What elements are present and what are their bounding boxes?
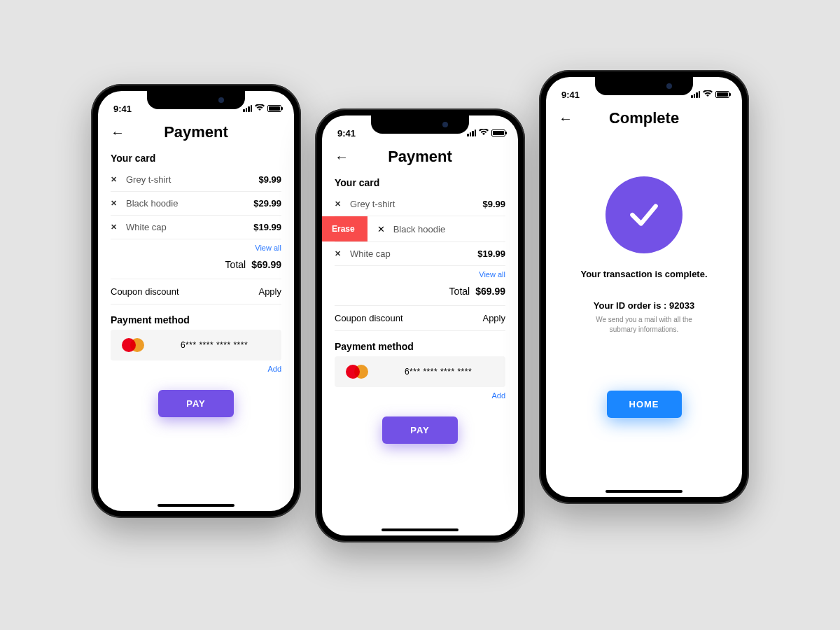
- item-price: $19.99: [253, 222, 281, 232]
- status-time: 9:41: [561, 90, 580, 100]
- cart-item: ✕ White cap $19.99: [111, 216, 281, 239]
- apply-coupon-button[interactable]: Apply: [258, 286, 281, 297]
- complete-subtext: We send you a mail with all the submary …: [584, 315, 704, 335]
- payment-card[interactable]: 6*** **** **** ****: [111, 330, 281, 360]
- status-time: 9:41: [113, 104, 132, 114]
- remove-item-icon[interactable]: ✕: [111, 199, 118, 208]
- payment-card[interactable]: 6*** **** **** ****: [335, 356, 505, 387]
- view-all-link[interactable]: View all: [111, 239, 281, 256]
- total-value: $69.99: [475, 286, 505, 297]
- item-name: Black hoodie: [126, 198, 245, 209]
- phone-mockup-3: 9:41 ← Complete Your transaction is comp…: [539, 70, 749, 504]
- item-price: $9.99: [482, 199, 505, 209]
- page-title: Payment: [111, 123, 281, 141]
- home-indicator[interactable]: [382, 528, 458, 531]
- item-name: White cap: [126, 222, 245, 232]
- order-id-line: Your ID order is : 92033: [563, 300, 725, 311]
- item-price: $29.99: [253, 198, 281, 209]
- card-number-masked: 6*** **** **** ****: [382, 367, 494, 377]
- cart-item: ✕ Grey t-shirt $9.99: [111, 168, 281, 192]
- phone-mockup-2: 9:41 ← Payment Your card ✕ Grey t-shirt …: [315, 108, 525, 542]
- battery-icon: [267, 105, 281, 112]
- phone-mockup-1: 9:41 ← Payment Your card ✕ Grey t-shirt …: [91, 84, 301, 518]
- coupon-row: Coupon discount Apply: [335, 305, 505, 331]
- remove-item-icon[interactable]: ✕: [111, 223, 118, 232]
- cart-item: ✕ White cap $19.99: [335, 242, 505, 266]
- item-name: Black hoodie: [393, 224, 445, 234]
- mastercard-icon: [122, 338, 144, 352]
- signal-icon: [243, 105, 252, 112]
- device-notch: [371, 115, 469, 134]
- cart-item-swiped: Erase ✕ Black hoodie: [335, 216, 505, 242]
- home-indicator[interactable]: [606, 490, 682, 493]
- page-title: Complete: [559, 109, 729, 127]
- apply-coupon-button[interactable]: Apply: [482, 313, 505, 323]
- total-row: Total $69.99: [335, 283, 505, 305]
- signal-icon: [691, 91, 700, 98]
- cart-heading: Your card: [111, 153, 281, 164]
- mastercard-icon: [346, 365, 368, 379]
- item-name: Grey t-shirt: [350, 199, 474, 209]
- pay-button[interactable]: PAY: [158, 390, 234, 417]
- total-label: Total: [225, 259, 246, 270]
- battery-icon: [491, 130, 505, 136]
- coupon-label: Coupon discount: [111, 286, 179, 297]
- wifi-icon: [703, 90, 713, 99]
- item-price: $9.99: [258, 174, 281, 185]
- complete-message: Your transaction is complete.: [563, 269, 725, 279]
- status-time: 9:41: [337, 128, 356, 139]
- remove-item-icon[interactable]: ✕: [377, 224, 385, 234]
- total-row: Total $69.99: [111, 256, 281, 279]
- wifi-icon: [255, 104, 265, 113]
- remove-item-icon[interactable]: ✕: [111, 175, 118, 184]
- view-all-link[interactable]: View all: [335, 266, 505, 283]
- card-number-masked: 6*** **** **** ****: [158, 340, 270, 350]
- remove-item-icon[interactable]: ✕: [335, 249, 342, 258]
- device-notch: [595, 77, 693, 95]
- page-title: Payment: [335, 148, 505, 166]
- payment-method-heading: Payment method: [335, 341, 505, 352]
- home-indicator[interactable]: [158, 504, 234, 507]
- payment-method-heading: Payment method: [111, 314, 281, 326]
- coupon-label: Coupon discount: [335, 313, 403, 323]
- add-card-link[interactable]: Add: [335, 387, 505, 404]
- device-notch: [147, 91, 245, 109]
- item-name: White cap: [350, 248, 469, 259]
- pay-button[interactable]: PAY: [382, 416, 458, 444]
- wifi-icon: [479, 129, 489, 137]
- item-price: $19.99: [477, 248, 505, 259]
- coupon-row: Coupon discount Apply: [111, 279, 281, 304]
- erase-button[interactable]: Erase: [322, 216, 368, 241]
- total-value: $69.99: [251, 259, 281, 270]
- cart-heading: Your card: [335, 177, 505, 188]
- item-name: Grey t-shirt: [126, 174, 250, 185]
- success-check-icon: [606, 176, 682, 253]
- battery-icon: [715, 91, 729, 98]
- signal-icon: [467, 130, 476, 136]
- add-card-link[interactable]: Add: [111, 360, 281, 377]
- total-label: Total: [449, 286, 470, 297]
- remove-item-icon[interactable]: ✕: [335, 200, 342, 209]
- cart-item: ✕ Grey t-shirt $9.99: [335, 192, 505, 216]
- home-button[interactable]: HOME: [607, 391, 682, 418]
- cart-item: ✕ Black hoodie $29.99: [111, 192, 281, 216]
